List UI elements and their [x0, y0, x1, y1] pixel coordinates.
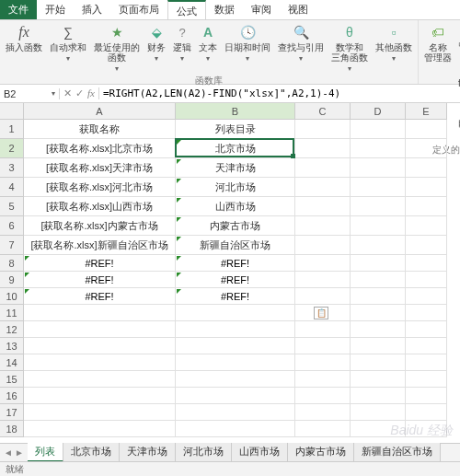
cell-E1[interactable] — [406, 120, 447, 139]
cell-D3[interactable] — [351, 158, 406, 178]
cell-A8[interactable]: #REF! — [24, 255, 176, 272]
row-header[interactable]: 9 — [0, 272, 24, 288]
cell-B5[interactable]: 山西市场 — [176, 197, 295, 216]
cell-E4[interactable] — [406, 178, 447, 197]
cell-B16[interactable] — [176, 388, 295, 404]
cell-A17[interactable] — [24, 404, 176, 421]
cell-D8[interactable] — [351, 255, 406, 272]
cell-D10[interactable] — [351, 288, 406, 305]
cell-B17[interactable] — [176, 404, 295, 421]
cell-A1[interactable]: 获取名称 — [24, 120, 176, 139]
cell-E18[interactable] — [406, 421, 447, 437]
cell-E9[interactable] — [406, 272, 447, 288]
cell-A12[interactable] — [24, 321, 176, 338]
menu-tab-数据[interactable]: 数据 — [206, 0, 243, 19]
menu-tab-审阅[interactable]: 审阅 — [243, 0, 280, 19]
cell-B9[interactable]: #REF! — [176, 272, 295, 288]
sheet-tab[interactable]: 新疆自治区市场 — [354, 443, 441, 462]
row-header[interactable]: 7 — [0, 236, 24, 255]
cell-B2[interactable]: 北京市场 — [176, 139, 295, 158]
cell-E3[interactable] — [406, 158, 447, 178]
row-header[interactable]: 6 — [0, 216, 24, 236]
row-header[interactable]: 3 — [0, 158, 24, 178]
sheet-tab[interactable]: 天津市场 — [120, 443, 176, 462]
cell-B7[interactable]: 新疆自治区市场 — [176, 236, 295, 255]
cell-E12[interactable] — [406, 321, 447, 338]
menu-tab-页面布局[interactable]: 页面布局 — [110, 0, 167, 19]
text-button[interactable]: A 文本 ▾ — [196, 22, 220, 64]
cell-E15[interactable] — [406, 371, 447, 388]
cell-B12[interactable] — [176, 321, 295, 338]
cell-A7[interactable]: [获取名称.xlsx]新疆自治区市场 — [24, 236, 176, 255]
row-header[interactable]: 15 — [0, 371, 24, 388]
cell-E14[interactable] — [406, 354, 447, 371]
column-header[interactable]: C — [295, 103, 351, 120]
sheet-nav-next-icon[interactable]: ► — [15, 447, 24, 458]
cell-A3[interactable]: [获取名称.xlsx]天津市场 — [24, 158, 176, 178]
cell-E11[interactable] — [406, 305, 447, 321]
sheet-tab[interactable]: 河北市场 — [176, 443, 232, 462]
cell-B14[interactable] — [176, 354, 295, 371]
row-header[interactable]: 10 — [0, 288, 24, 305]
cell-D11[interactable] — [351, 305, 406, 321]
cell-B13[interactable] — [176, 338, 295, 354]
cell-A15[interactable] — [24, 371, 176, 388]
column-header[interactable]: D — [351, 103, 406, 120]
cell-D18[interactable] — [351, 421, 406, 437]
cell-B3[interactable]: 天津市场 — [176, 158, 295, 178]
cell-D7[interactable] — [351, 236, 406, 255]
recent-functions-button[interactable]: ★ 最近使用的 函数 ▾ — [91, 22, 143, 75]
row-header[interactable]: 5 — [0, 197, 24, 216]
cell-C4[interactable] — [295, 178, 351, 197]
menu-tab-视图[interactable]: 视图 — [280, 0, 316, 19]
cell-A14[interactable] — [24, 354, 176, 371]
name-box[interactable]: B2 ▾ — [0, 88, 60, 99]
cell-B18[interactable] — [176, 421, 295, 437]
cell-E13[interactable] — [406, 338, 447, 354]
logical-button[interactable]: ? 逻辑 ▾ — [170, 22, 194, 64]
autosum-button[interactable]: ∑ 自动求和 ▾ — [47, 22, 89, 64]
cell-C13[interactable] — [295, 338, 351, 354]
cell-B10[interactable]: #REF! — [176, 288, 295, 305]
row-header[interactable]: 2 — [0, 139, 24, 158]
cell-B15[interactable] — [176, 371, 295, 388]
cell-D16[interactable] — [351, 388, 406, 404]
cell-A13[interactable] — [24, 338, 176, 354]
cell-B8[interactable]: #REF! — [176, 255, 295, 272]
cell-B11[interactable] — [176, 305, 295, 321]
cell-C9[interactable] — [295, 272, 351, 288]
row-header[interactable]: 16 — [0, 388, 24, 404]
cell-C12[interactable] — [295, 321, 351, 338]
row-header[interactable]: 17 — [0, 404, 24, 421]
cell-D12[interactable] — [351, 321, 406, 338]
cell-D2[interactable] — [351, 139, 406, 158]
column-header[interactable]: E — [406, 103, 447, 120]
cell-D9[interactable] — [351, 272, 406, 288]
cell-A10[interactable]: #REF! — [24, 288, 176, 305]
menu-tab-公式[interactable]: 公式 — [167, 0, 206, 19]
row-header[interactable]: 11 — [0, 305, 24, 321]
math-button[interactable]: θ 数学和 三角函数 ▾ — [328, 22, 371, 75]
cell-E17[interactable] — [406, 404, 447, 421]
menu-tab-插入[interactable]: 插入 — [74, 0, 110, 19]
sheet-tab[interactable]: 内蒙古市场 — [288, 443, 354, 462]
select-all-corner[interactable] — [0, 103, 24, 120]
cell-D5[interactable] — [351, 197, 406, 216]
enter-icon[interactable]: ✓ — [75, 87, 84, 99]
menu-tab-开始[interactable]: 开始 — [37, 0, 74, 19]
sheet-nav-prev-icon[interactable]: ◄ — [4, 447, 13, 458]
cell-D17[interactable] — [351, 404, 406, 421]
row-header[interactable]: 14 — [0, 354, 24, 371]
sheet-tab[interactable]: 北京市场 — [63, 443, 120, 462]
cell-B4[interactable]: 河北市场 — [176, 178, 295, 197]
lookup-button[interactable]: 🔍 查找与引用 ▾ — [275, 22, 327, 64]
cell-C15[interactable] — [295, 371, 351, 388]
spreadsheet-grid[interactable]: ABCDE 123456789101112131415161718 获取名称列表… — [0, 103, 460, 444]
cell-C16[interactable] — [295, 388, 351, 404]
cell-C2[interactable] — [295, 139, 351, 158]
sheet-tab[interactable]: 山西市场 — [232, 443, 288, 462]
row-header[interactable]: 8 — [0, 255, 24, 272]
cell-C1[interactable] — [295, 120, 351, 139]
cell-C5[interactable] — [295, 197, 351, 216]
cell-C10[interactable] — [295, 288, 351, 305]
